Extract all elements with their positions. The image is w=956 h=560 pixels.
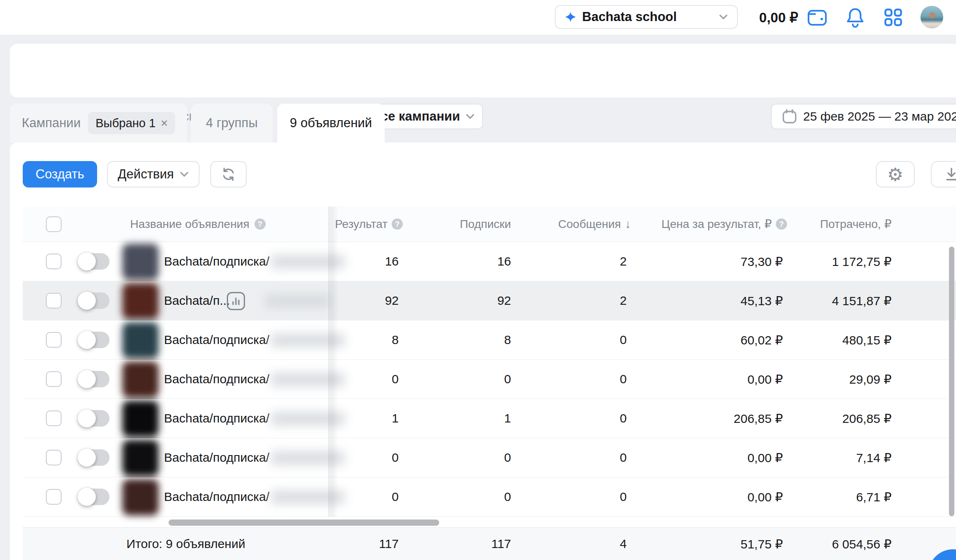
column-header-name[interactable]: Название объявления ? xyxy=(130,206,266,242)
date-range-picker[interactable]: 25 фев 2025 — 23 мар 2025 xyxy=(771,104,956,129)
column-cost-label: Цена за результат, ₽ xyxy=(661,217,772,231)
spent-value: 6,71 ₽ xyxy=(788,477,892,516)
table-row[interactable]: Bachata/подписка/ 0 0 0 0,00 ₽ 6,71 ₽ xyxy=(23,477,956,517)
apps-grid-icon[interactable] xyxy=(883,7,903,27)
totals-spent: 6 054,56 ₽ xyxy=(788,528,892,560)
row-checkbox[interactable] xyxy=(46,371,62,387)
row-toggle[interactable] xyxy=(79,332,109,348)
row-toggle[interactable] xyxy=(79,371,109,387)
row-checkbox[interactable] xyxy=(46,332,62,348)
column-messages-label: Сообщения xyxy=(558,218,621,231)
totals-messages: 4 xyxy=(523,528,627,560)
result-value: 0 xyxy=(295,477,399,516)
table-row[interactable]: Bachata/подписка/ 8 8 0 60,02 ₽ 480,15 ₽ xyxy=(23,320,956,360)
tab-groups[interactable]: 4 группы xyxy=(191,104,273,142)
subscriptions-value: 16 xyxy=(408,242,511,281)
ad-name[interactable]: Bachata/подписка/ xyxy=(164,411,269,425)
row-toggle[interactable] xyxy=(79,292,109,309)
tab-ads[interactable]: 9 объявлений xyxy=(277,104,385,142)
messages-value: 0 xyxy=(523,399,627,438)
messages-value: 2 xyxy=(523,281,627,320)
row-checkbox[interactable] xyxy=(46,254,62,269)
balance-amount: 0,00 ₽ xyxy=(753,0,798,35)
ad-thumbnail xyxy=(122,283,159,319)
subscriptions-value: 1 xyxy=(408,399,511,438)
column-header-spent[interactable]: Потрачено, ₽ xyxy=(788,206,892,242)
actions-dropdown-button[interactable]: Действия xyxy=(107,161,200,187)
spent-value: 1 172,75 ₽ xyxy=(788,242,892,281)
account-selector[interactable]: Bachata school xyxy=(555,5,738,29)
column-header-result[interactable]: Результат ? xyxy=(275,206,403,242)
row-toggle[interactable] xyxy=(79,410,109,427)
ad-thumbnail xyxy=(122,244,159,280)
tab-campaigns[interactable]: Кампании Выбрано 1 × xyxy=(10,104,187,142)
ad-thumbnail xyxy=(122,322,159,358)
table-row[interactable]: Bachata/подписка/ 16 16 2 73,30 ₽ 1 172,… xyxy=(23,242,956,281)
horizontal-scrollbar[interactable] xyxy=(169,520,439,526)
refresh-button[interactable] xyxy=(210,161,247,187)
ad-thumbnail xyxy=(122,361,159,398)
result-value: 8 xyxy=(295,320,399,359)
messages-value: 0 xyxy=(523,360,627,399)
ad-name[interactable]: Bachata/подписка/ xyxy=(164,254,269,268)
ad-name[interactable]: Bachata/подписка/ xyxy=(164,333,269,347)
spent-value: 7,14 ₽ xyxy=(788,438,892,477)
help-icon[interactable]: ? xyxy=(254,218,266,230)
filter-panel: Фильтр Все кампании 25 фев 2025 — 23 мар… xyxy=(10,44,956,97)
user-avatar[interactable] xyxy=(920,6,943,28)
row-toggle[interactable] xyxy=(79,449,109,466)
row-toggle[interactable] xyxy=(79,489,109,505)
calendar-icon xyxy=(782,109,797,124)
column-header-subscriptions[interactable]: Подписки xyxy=(408,206,511,242)
totals-result: 117 xyxy=(295,528,399,560)
column-subscriptions-label: Подписки xyxy=(460,218,511,231)
refresh-icon xyxy=(221,166,236,182)
table-row[interactable]: Bachata/п... 92 92 2 45,13 ₽ 4 151,87 ₽ xyxy=(23,281,956,320)
table-row[interactable]: Bachata/подписка/ 1 1 0 206,85 ₽ 206,85 … xyxy=(23,399,956,438)
column-result-label: Результат xyxy=(335,218,388,231)
ad-thumbnail xyxy=(122,479,159,515)
ad-name[interactable]: Bachata/подписка/ xyxy=(164,372,269,386)
subscriptions-value: 0 xyxy=(408,438,511,477)
result-value: 0 xyxy=(295,438,399,477)
row-checkbox[interactable] xyxy=(46,411,62,426)
notifications-bell-icon[interactable] xyxy=(845,7,865,28)
table-header-row: Название объявления ? Результат ? Подпис… xyxy=(23,206,956,242)
statistics-button[interactable] xyxy=(227,292,245,310)
create-button[interactable]: Создать xyxy=(23,161,97,187)
column-header-messages[interactable]: Сообщения ↓ xyxy=(523,206,631,242)
chip-close-icon[interactable]: × xyxy=(161,116,168,130)
ad-name[interactable]: Bachata/подписка/ xyxy=(164,490,269,504)
chevron-down-icon xyxy=(180,171,189,177)
ad-name[interactable]: Bachata/подписка/ xyxy=(164,451,269,465)
messages-value: 0 xyxy=(523,477,627,516)
spent-value: 29,09 ₽ xyxy=(788,360,892,399)
column-spent-label: Потрачено, ₽ xyxy=(820,217,892,231)
account-name: Bachata school xyxy=(582,9,713,24)
wallet-icon[interactable] xyxy=(806,7,828,27)
cost-value: 73,30 ₽ xyxy=(680,242,783,281)
row-toggle[interactable] xyxy=(79,253,109,270)
result-value: 0 xyxy=(295,360,399,399)
export-download-button[interactable] xyxy=(931,161,956,187)
actions-label: Действия xyxy=(118,167,174,182)
row-checkbox[interactable] xyxy=(46,489,62,505)
table-settings-button[interactable]: ⚙ xyxy=(876,161,915,187)
row-checkbox[interactable] xyxy=(46,293,62,308)
row-checkbox[interactable] xyxy=(46,450,62,465)
table-row[interactable]: Bachata/подписка/ 0 0 0 0,00 ₽ 29,09 ₽ xyxy=(23,360,956,399)
sparkle-icon xyxy=(565,11,576,23)
table-row[interactable]: Bachata/подписка/ 0 0 0 0,00 ₽ 7,14 ₽ xyxy=(23,438,956,477)
column-header-cost[interactable]: Цена за результат, ₽ ? xyxy=(659,206,787,242)
ad-thumbnail xyxy=(122,401,159,437)
help-icon[interactable]: ? xyxy=(776,218,787,230)
spent-value: 4 151,87 ₽ xyxy=(788,281,892,320)
top-navbar: Bachata school 0,00 ₽ xyxy=(0,0,956,35)
result-value: 92 xyxy=(295,281,399,320)
help-icon[interactable]: ? xyxy=(392,218,403,230)
select-all-checkbox[interactable] xyxy=(46,216,62,232)
selected-filter-chip[interactable]: Выбрано 1 × xyxy=(88,112,175,134)
ad-name[interactable]: Bachata/п... xyxy=(164,294,230,308)
vertical-scrollbar[interactable] xyxy=(949,247,954,516)
cost-value: 45,13 ₽ xyxy=(680,281,783,320)
